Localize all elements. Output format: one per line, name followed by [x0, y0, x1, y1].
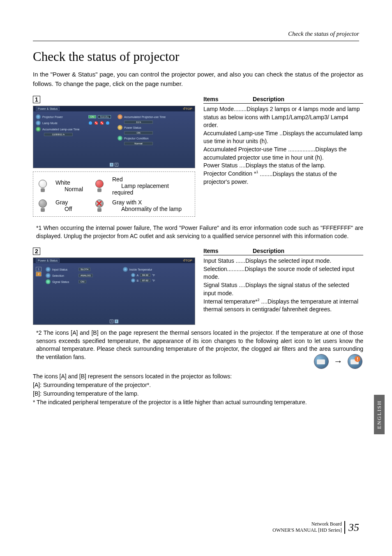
proj-cond-value: Normal: [124, 142, 153, 145]
signal-icon: [46, 279, 51, 284]
sensor-b-label: B: [137, 279, 139, 282]
top-link-2[interactable]: ↺TOP: [183, 259, 192, 262]
sensor-note-b: [B]: Surrounding temperature of the lamp…: [33, 389, 363, 398]
footnote-1: *1 When occurring the internal power fai…: [36, 224, 363, 240]
acc-lamp-label: Accumulated Lamp-use Time: [42, 128, 87, 131]
alert-temp-icon: [348, 354, 362, 369]
page-2-link[interactable]: 2: [115, 163, 118, 167]
page-1-link[interactable]: 1: [110, 163, 113, 167]
table2-body: Input Status ......Displays the selected…: [203, 257, 363, 314]
t2r2-term: Signal Status: [203, 282, 238, 288]
proj-cond-label: Projector Condition: [124, 137, 149, 140]
legend-white-sub: Normal: [65, 186, 83, 192]
standby-button[interactable]: Standby: [98, 115, 111, 118]
power-status-value: ON: [124, 131, 153, 134]
power-status-label: Power Status: [124, 126, 141, 129]
legend-white-label: White: [55, 179, 70, 186]
lamp2-icon: [94, 121, 98, 125]
lamp3-icon: [100, 121, 104, 125]
t2r1-term: Selection: [203, 266, 227, 272]
table1-header-desc: Description: [253, 96, 284, 102]
table1-body: Lamp Mode........Displays 2 lamps or 4 l…: [203, 105, 363, 186]
legend-gray-sub: Off: [65, 206, 72, 212]
power-status-screenshot-1: Power & Status ↺TOP Projector Power ON S…: [33, 106, 195, 168]
legend-red-sub: Lamp replacement required: [112, 183, 169, 196]
section-indicator-2: 2: [33, 248, 40, 255]
page-2-link-b[interactable]: 2: [115, 320, 118, 323]
sensor-a-label: A: [137, 274, 139, 277]
power-status-icon: [118, 125, 122, 130]
selection-icon: [46, 273, 51, 278]
projector-power-label: Projector Power: [42, 116, 87, 118]
t2r3-term: Internal temperature*2: [203, 298, 260, 305]
input-status-label: Input Status: [52, 268, 77, 271]
nav-page-1[interactable]: 1: [36, 267, 42, 271]
input-icon: [46, 267, 51, 272]
power-status-tab[interactable]: Power & Status: [36, 107, 60, 111]
lamp-legend: White Normal Red Lamp replacement requir…: [33, 171, 195, 217]
t1r1-term: Accumulated Lamp-use Time: [203, 130, 278, 137]
sensor-a-value: 84.92: [140, 273, 150, 277]
t1r3-term: Power Status: [203, 162, 238, 169]
arrow-icon: →: [334, 355, 343, 368]
sensor-b-icon: [131, 278, 135, 283]
icon-transition: →: [313, 353, 363, 370]
bulb-red-icon: [94, 180, 105, 192]
sensor-b-value: 87.62: [140, 279, 150, 282]
t1r0-term: Lamp Mode: [203, 106, 234, 112]
table2-header: Items Description: [203, 248, 363, 255]
footer-line1: Network Board: [311, 521, 342, 527]
page-footer: Network Board OWNER'S MANUAL [HD Series]…: [272, 521, 359, 534]
top-link[interactable]: ↺TOP: [183, 107, 192, 111]
legend-grayx-sub: Abnormality of the lamp: [121, 206, 182, 212]
power-status-screenshot-2: Power & Status ↺TOP 1 2 Input Status S: [33, 257, 195, 325]
sensor-b-unit: °F: [152, 279, 155, 282]
language-tab: ENGLISH: [374, 395, 385, 434]
pager: 1 2: [33, 162, 195, 167]
t1r4-term: Projector Condition *1: [203, 170, 258, 177]
input-status-value: SLOT4: [78, 268, 90, 271]
page-nav-left: 1 2: [36, 267, 42, 277]
page-title: Check the status of projector: [33, 49, 363, 64]
table1-header-items: Items: [203, 96, 253, 102]
t1r3-desc: Displays the status of the lamp.: [246, 162, 326, 169]
temp-icon: [123, 267, 128, 272]
signal-status-value: ON: [78, 280, 86, 283]
page-1-link-b[interactable]: 1: [110, 320, 113, 323]
screenshot2-titlebar: Power & Status ↺TOP: [33, 258, 195, 264]
t1r2-term: Accumulated Projector-use Time: [203, 146, 286, 153]
footer-line2: OWNER'S MANUAL [HD Series]: [272, 527, 342, 533]
page-number: 35: [348, 521, 359, 534]
sensor-note-a: [A]: Surrounding temperature of the proj…: [33, 381, 363, 389]
lamp-mode-label: Lamp Mode: [42, 122, 87, 125]
legend-grayx-label: Gray with X: [112, 199, 142, 206]
power-icon: [36, 114, 41, 119]
lamp1-icon: [88, 121, 92, 125]
selection-value: ANALOG: [78, 274, 93, 277]
on-button[interactable]: ON: [88, 115, 96, 118]
selection-label: Selection: [52, 274, 77, 277]
lamp4-icon: [106, 121, 110, 125]
pager-2: 1 2: [33, 319, 195, 323]
sensor-notes: The icons [A] and [B] represent the sens…: [33, 372, 363, 407]
power-status-tab-2[interactable]: Power & Status: [36, 258, 60, 263]
bulb-grayx-icon: [94, 199, 105, 212]
lamp-icon: [36, 120, 41, 125]
proj-cond-icon: [118, 136, 122, 141]
screenshot-titlebar: Power & Status ↺TOP: [33, 106, 195, 112]
proj-time-icon: [118, 114, 122, 119]
legend-gray-label: Gray: [55, 199, 68, 206]
acc-proj-value: 11 h: [124, 120, 153, 124]
header-breadcrumb: Check the status of projector: [33, 30, 359, 41]
t2r0-term: Input Status: [203, 257, 234, 264]
sensor-note-asterisk: * The indicated peripheral temperature o…: [33, 398, 363, 407]
footnote-2: *2 The icons [A] and [B] on the page rep…: [36, 329, 363, 361]
table2-header-items: Items: [203, 248, 253, 254]
acc-lamp-value: 11/3/3/11 h: [44, 133, 73, 136]
nav-page-2[interactable]: 2: [36, 272, 42, 276]
table1-header: Items Description: [203, 96, 363, 104]
table2-header-desc: Description: [253, 248, 284, 254]
signal-status-label: Signal Status: [52, 280, 77, 283]
acc-proj-label: Accumulated Projector-use Time: [124, 116, 166, 118]
sensor-note-intro: The icons [A] and [B] represent the sens…: [33, 372, 363, 381]
